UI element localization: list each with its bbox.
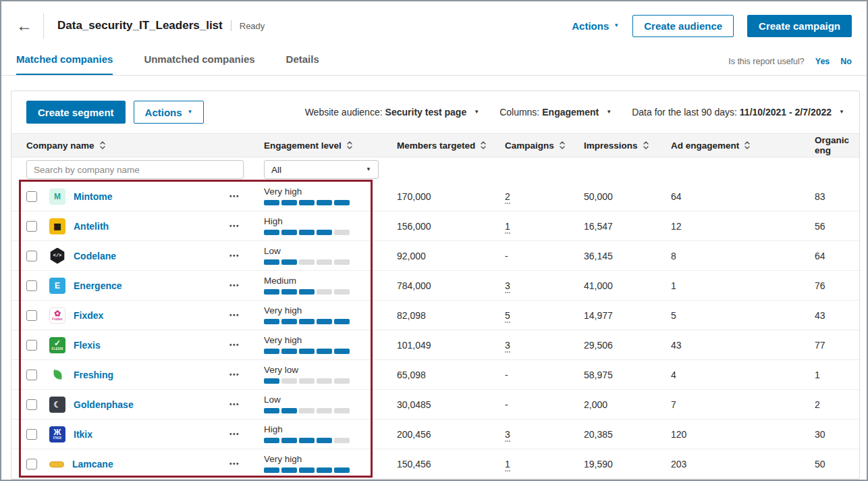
table-body: M Mintome ••• Very high 170,000 2 50,000… xyxy=(11,182,859,479)
column-header-ad-engagement[interactable]: Ad engagement xyxy=(663,141,774,151)
report-feedback: Is this report useful? Yes No xyxy=(728,57,852,75)
column-header-campaigns[interactable]: Campaigns xyxy=(494,141,575,151)
row-overflow-menu-icon[interactable]: ••• xyxy=(229,222,240,230)
engagement-level-filter[interactable]: All ▼ xyxy=(264,160,379,179)
company-name-link[interactable]: Mintome xyxy=(74,191,113,202)
tab-unmatched-companies[interactable]: Unmatched companies xyxy=(144,53,254,75)
row-overflow-menu-icon[interactable]: ••• xyxy=(229,430,240,438)
sort-icon[interactable] xyxy=(346,141,353,150)
engagement-level-bars xyxy=(264,378,379,384)
members-targeted-value: 82,098 xyxy=(379,310,494,321)
ad-engagement-value: 4 xyxy=(663,370,774,380)
impressions-value: 20,385 xyxy=(575,429,663,440)
chevron-down-icon: ▼ xyxy=(614,23,619,28)
date-range-dropdown[interactable]: Data for the last 90 days: 11/10/2021 - … xyxy=(632,107,844,118)
engagement-level-label: Low xyxy=(264,247,379,256)
company-logo-icon: E xyxy=(49,278,65,294)
ad-engagement-value: 8 xyxy=(663,251,774,261)
company-name-link[interactable]: Energence xyxy=(74,280,122,291)
create-segment-button[interactable]: Create segment xyxy=(26,101,126,124)
column-header-company-name[interactable]: Company name xyxy=(11,141,254,151)
feedback-yes-link[interactable]: Yes xyxy=(815,57,830,66)
table-row: ▦ Antelith ••• High 156,000 1 16,547 12 … xyxy=(11,211,859,241)
column-header-engagement-level[interactable]: Engagement level xyxy=(254,141,379,151)
tab-details[interactable]: Details xyxy=(286,53,319,75)
app-window: { "colors": { "accent_blue": "#0073b1", … xyxy=(0,0,868,481)
engagement-level-label: Medium xyxy=(264,276,379,286)
company-name-link[interactable]: Itkix xyxy=(74,429,92,440)
row-checkbox[interactable] xyxy=(26,340,37,351)
sort-icon[interactable] xyxy=(744,141,751,150)
campaigns-value: - xyxy=(494,370,575,380)
row-overflow-menu-icon[interactable]: ••• xyxy=(229,341,240,349)
search-input[interactable] xyxy=(26,160,244,179)
column-header-impressions[interactable]: Impressions xyxy=(575,141,663,151)
table-row: Lamcane ••• Very high 150,456 1 19,590 2… xyxy=(11,449,859,479)
row-overflow-menu-icon[interactable]: ••• xyxy=(229,282,240,289)
back-arrow-icon[interactable]: ← xyxy=(16,18,32,34)
engagement-level-label: Very high xyxy=(264,336,379,345)
company-name-link[interactable]: Freshing xyxy=(74,370,113,380)
impressions-value: 41,000 xyxy=(575,280,663,291)
row-checkbox[interactable] xyxy=(26,310,37,321)
company-name-link[interactable]: Codelane xyxy=(74,251,116,261)
company-name-link[interactable]: Flexis xyxy=(74,340,101,351)
columns-dropdown[interactable]: Columns: Engagement ▼ xyxy=(499,107,612,118)
ad-engagement-value: 12 xyxy=(663,221,774,232)
company-name-link[interactable]: Fixdex xyxy=(74,310,103,321)
row-overflow-menu-icon[interactable]: ••• xyxy=(229,371,240,378)
ad-engagement-value: 1 xyxy=(663,280,774,291)
organic-engagement-value: 76 xyxy=(774,280,859,291)
toolbar-actions-dropdown[interactable]: Actions ▼ xyxy=(134,101,205,124)
row-checkbox[interactable] xyxy=(26,251,37,261)
row-overflow-menu-icon[interactable]: ••• xyxy=(229,193,240,200)
row-checkbox[interactable] xyxy=(26,429,37,440)
row-checkbox[interactable] xyxy=(26,191,37,202)
table-row: M Mintome ••• Very high 170,000 2 50,000… xyxy=(11,182,859,211)
row-checkbox[interactable] xyxy=(26,370,37,380)
engagement-level-bars xyxy=(264,230,379,235)
organic-engagement-value: 1 xyxy=(774,370,859,380)
organic-engagement-value: 43 xyxy=(774,310,859,321)
company-name-link[interactable]: Goldenphase xyxy=(74,399,134,410)
impressions-value: 36,145 xyxy=(575,251,663,261)
company-logo-icon: </> xyxy=(49,248,65,264)
engagement-level-label: High xyxy=(264,217,379,226)
company-name-link[interactable]: Antelith xyxy=(74,221,109,232)
column-header-members-targeted[interactable]: Members targeted xyxy=(379,141,494,151)
campaigns-value: 1 xyxy=(494,221,575,232)
company-logo-icon: ☾ xyxy=(49,397,65,413)
impressions-value: 19,590 xyxy=(575,459,663,470)
row-overflow-menu-icon[interactable]: ••• xyxy=(229,460,240,467)
engagement-level-bars xyxy=(264,259,379,265)
row-checkbox[interactable] xyxy=(26,459,37,470)
organic-engagement-value: 83 xyxy=(774,191,859,202)
sort-icon[interactable] xyxy=(480,141,487,150)
company-name-link[interactable]: Lamcane xyxy=(72,459,113,470)
column-header-organic-engagement[interactable]: Organic eng xyxy=(774,135,859,155)
website-audience-dropdown[interactable]: Website audience: Security test page ▼ xyxy=(305,107,479,118)
sort-icon[interactable] xyxy=(99,141,106,150)
ad-engagement-value: 120 xyxy=(663,429,774,440)
organic-engagement-value: 64 xyxy=(774,251,859,261)
row-checkbox[interactable] xyxy=(26,221,37,232)
campaigns-value: 3 xyxy=(494,340,575,351)
engagement-level-bars xyxy=(264,200,379,205)
create-audience-button[interactable]: Create audience xyxy=(632,15,734,37)
row-overflow-menu-icon[interactable]: ••• xyxy=(229,311,240,319)
row-overflow-menu-icon[interactable]: ••• xyxy=(229,252,240,259)
impressions-value: 16,547 xyxy=(575,221,663,232)
sort-icon[interactable] xyxy=(559,141,566,150)
row-checkbox[interactable] xyxy=(26,399,37,410)
sort-icon[interactable] xyxy=(643,141,649,150)
tab-bar: Matched companies Unmatched companies De… xyxy=(1,45,867,76)
row-overflow-menu-icon[interactable]: ••• xyxy=(229,401,240,408)
create-campaign-button[interactable]: Create campaign xyxy=(747,15,852,37)
engagement-level-label: Very low xyxy=(264,365,379,375)
company-logo-icon: ✿Fixdex xyxy=(49,307,65,324)
header-actions-dropdown[interactable]: Actions ▼ xyxy=(572,20,619,32)
row-checkbox[interactable] xyxy=(26,280,37,291)
ad-engagement-value: 7 xyxy=(663,399,774,410)
tab-matched-companies[interactable]: Matched companies xyxy=(16,53,113,75)
feedback-no-link[interactable]: No xyxy=(840,57,852,66)
